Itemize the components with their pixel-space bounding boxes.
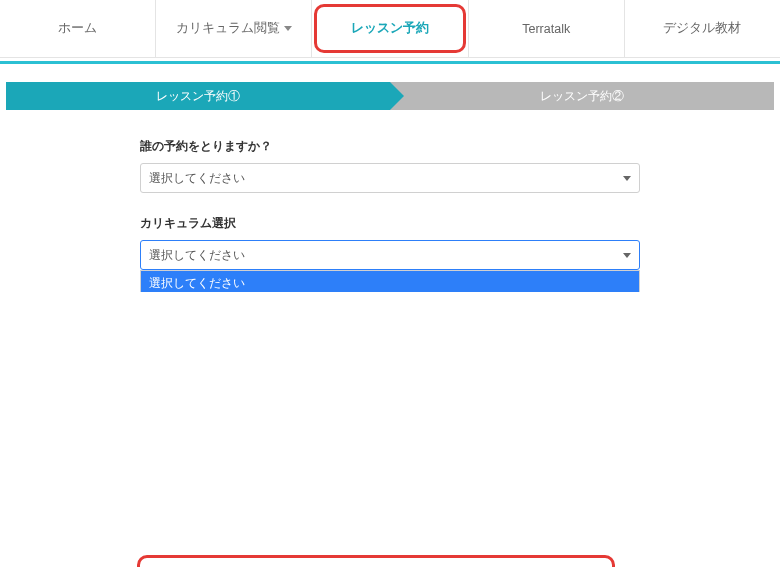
select-value: 選択してください (149, 247, 245, 264)
select-value: 選択してください (149, 170, 245, 187)
chevron-down-icon (623, 176, 631, 181)
chevron-down-icon (623, 253, 631, 258)
curriculum-dropdown[interactable]: 選択してくださいお父さんお母さんおじいちゃん・おばあちゃんお兄ちゃん・お姉ちゃん… (140, 270, 640, 292)
nav-item-label: カリキュラム閲覧 (176, 20, 280, 37)
nav-item-label: デジタル教材 (663, 20, 741, 37)
top-nav: ホーム カリキュラム閲覧 レッスン予約 Terratalk デジタル教材 (0, 0, 780, 58)
curriculum-label: カリキュラム選択 (140, 215, 640, 232)
nav-item-label: レッスン予約 (351, 20, 429, 37)
nav-home[interactable]: ホーム (0, 0, 156, 57)
nav-digital-materials[interactable]: デジタル教材 (625, 0, 780, 57)
nav-curriculum-browse[interactable]: カリキュラム閲覧 (156, 0, 312, 57)
nav-item-label: Terratalk (522, 22, 570, 36)
chevron-down-icon (284, 26, 292, 31)
nav-lesson-reservation[interactable]: レッスン予約 (312, 0, 468, 57)
step-label: レッスン予約② (540, 88, 624, 105)
reservation-steps: レッスン予約① レッスン予約② (6, 82, 774, 110)
reservation-form: 誰の予約をとりますか？ 選択してください カリキュラム選択 選択してください 選… (130, 138, 650, 270)
step-1: レッスン予約① (6, 82, 390, 110)
nav-terratalk[interactable]: Terratalk (469, 0, 625, 57)
step-2: レッスン予約② (390, 82, 774, 110)
who-select[interactable]: 選択してください (140, 163, 640, 193)
who-label: 誰の予約をとりますか？ (140, 138, 640, 155)
nav-item-label: ホーム (58, 20, 97, 37)
curriculum-option[interactable]: 選択してください (141, 271, 639, 292)
curriculum-select[interactable]: 選択してください (140, 240, 640, 270)
nav-underline (0, 61, 780, 64)
step-label: レッスン予約① (156, 88, 240, 105)
